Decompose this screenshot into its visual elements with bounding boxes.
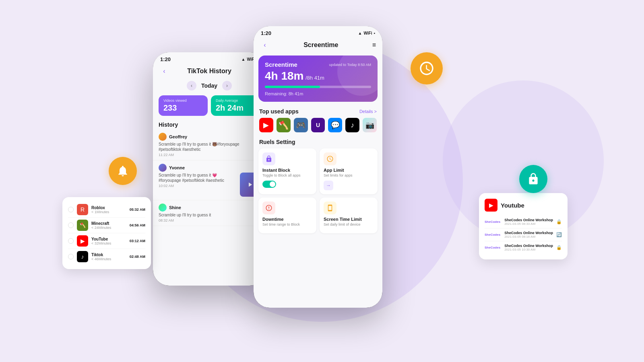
instant-block-toggle[interactable] — [262, 181, 276, 188]
battery-icon-right: ▪ — [374, 31, 375, 35]
notif-name-roblox: Roblox — [91, 206, 126, 210]
rules-header: Ruels Setting — [254, 136, 382, 147]
nav-title-right: Screentime — [303, 41, 338, 49]
rule-icon-app-limit — [324, 152, 336, 165]
app-limit-arrow[interactable]: → — [324, 181, 333, 190]
history-item-2: Shine Scramble up I'll try to guess it 0… — [153, 200, 266, 226]
notif-time-minecraft: 04:56 AM — [130, 223, 145, 227]
screentime-screen: 1:20 ▲ WiFi ▪ ‹ Screentime ≡ Screentime … — [254, 26, 382, 308]
notif-item-roblox: R Roblox < 1Minutes 05:32 AM — [68, 202, 145, 218]
app-icon-tiktok[interactable]: ♪ — [345, 118, 359, 132]
notif-checkbox-roblox[interactable] — [68, 207, 74, 212]
status-icons-right: ▲ WiFi ▪ — [358, 31, 375, 35]
float-lock-icon — [519, 165, 547, 193]
status-time-right: 1:20 — [261, 30, 271, 36]
float-bell-icon — [109, 157, 137, 185]
rule-downtime-name: Downtime — [262, 217, 312, 222]
notif-checkbox-minecraft[interactable] — [68, 222, 74, 228]
notif-item-youtube: ▶ YouTube < 32Minutes 03:12 AM — [68, 233, 145, 249]
sc-title: Screentime — [265, 61, 297, 68]
rule-screen-time-name: Screen Time Limit — [324, 217, 374, 222]
notif-name-tiktok: Tiktok — [91, 253, 126, 257]
notif-info-roblox: Roblox < 1Minutes — [91, 206, 126, 214]
sc-progress-fill — [265, 86, 320, 88]
user-name-2: Shine — [169, 205, 181, 210]
notif-item-tiktok: ♪ Tiktok < 46Minutes 02:48 AM — [68, 249, 145, 264]
status-bar-right: 1:20 ▲ WiFi ▪ — [254, 26, 382, 38]
apps-row: ▶ 🪓 🎮 U 💬 ♪ 📷 — [254, 116, 382, 136]
notif-app-icon-roblox: R — [77, 204, 88, 215]
rule-app-limit-desc: Set limits for apps — [324, 173, 374, 178]
nav-bar-left: ‹ TikTok History — [153, 64, 266, 78]
notif-app-icon-youtube: ▶ — [77, 235, 88, 247]
app-icon-messenger[interactable]: 💬 — [328, 118, 342, 132]
notif-subtext-minecraft: < 24Minutes — [91, 226, 126, 230]
yt-brand-0: SheCodes — [485, 220, 500, 224]
notif-time-tiktok: 02:48 AM — [130, 255, 145, 259]
nav-bar-right: ‹ Screentime ≡ — [254, 38, 382, 52]
rule-downtime[interactable]: Downtime Set time range to Block — [258, 197, 316, 234]
videos-viewed-value: 233 — [163, 103, 203, 113]
app-icon-youtube[interactable]: ▶ — [259, 118, 273, 132]
daily-average-stat: Daily Average 2h 24m — [211, 95, 260, 116]
yt-item-info-0: SheCodes Online Workshop 2021-03-05 08:3… — [504, 218, 554, 226]
app-icon-minecraft[interactable]: 🪓 — [277, 118, 291, 132]
history-user-1: Yvonne — [159, 164, 260, 172]
rule-icon-downtime — [262, 202, 275, 214]
user-name-0: Geoffrey — [169, 134, 187, 139]
rule-instant-block[interactable]: Instant Block Toggle to Block all apps — [258, 148, 316, 194]
notif-info-minecraft: Minecraft < 24Minutes — [91, 221, 126, 230]
next-date-button[interactable]: › — [222, 81, 232, 90]
notif-time-youtube: 03:12 AM — [130, 239, 145, 243]
notif-app-icon-tiktok: ♪ — [77, 251, 88, 262]
top-apps-details-link[interactable]: Details > — [359, 109, 377, 114]
app-icon-clash[interactable]: 🎮 — [294, 118, 308, 132]
history-time-1: 10:02 AM — [159, 184, 237, 188]
app-icon-u[interactable]: U — [311, 118, 325, 132]
rule-downtime-desc: Set time range to Block — [262, 222, 312, 227]
notif-checkbox-youtube[interactable] — [68, 238, 74, 244]
rule-screen-time-limit[interactable]: Screen Time Limit Set daily limit of dev… — [320, 197, 378, 234]
back-button-left[interactable]: ‹ — [159, 66, 169, 76]
yt-app-icon: ▶ — [485, 199, 497, 212]
yt-item-title-0: SheCodes Online Workshop — [504, 218, 554, 222]
notif-checkbox-tiktok[interactable] — [68, 254, 74, 259]
rule-app-limit[interactable]: App Limit Set limits for apps → — [320, 148, 378, 194]
tiktok-history-screen: 1:20 ▲ WiFi ▪ ‹ TikTok History ‹ Today ›… — [153, 52, 266, 286]
notif-info-tiktok: Tiktok < 46Minutes — [91, 253, 126, 261]
yt-lock-0: 🔒 — [556, 219, 562, 224]
history-item-0: Geoffrey Scramble up I'll try to guess i… — [153, 130, 266, 160]
prev-date-button[interactable]: ‹ — [187, 81, 196, 90]
status-bar-left: 1:20 ▲ WiFi ▪ — [153, 52, 266, 64]
rule-icon-screen-time — [324, 202, 336, 214]
nav-title-left: TikTok History — [187, 68, 231, 75]
rule-instant-block-desc: Toggle to Block all apps — [262, 173, 312, 178]
yt-item-title-2: SheCodes Online Workshop — [504, 244, 554, 248]
yt-brand-1: SheCodes — [485, 233, 500, 237]
signal-icon-left: ▲ — [242, 57, 246, 62]
history-item-1-content: Scramble up I'll try to guess it 💗 #fory… — [159, 173, 260, 197]
yt-item-date-0: 2021-03-05 08:33 AM — [504, 222, 554, 226]
notification-card: R Roblox < 1Minutes 05:32 AM 🪓 Minecraft… — [62, 197, 151, 269]
sc-time-big: 4h 18m — [265, 70, 304, 82]
daily-average-value: 2h 24m — [216, 103, 255, 113]
top-apps-title: Top used apps — [259, 108, 299, 115]
user-avatar-2 — [159, 204, 167, 212]
app-icon-photo[interactable]: 📷 — [363, 118, 377, 132]
history-time-2: 08:32 AM — [159, 218, 260, 222]
user-avatar-0 — [159, 133, 167, 141]
sc-header: Screentime updated to Today 8:50 AM — [265, 61, 371, 68]
sc-time-total: /8h 41m — [305, 75, 324, 81]
sc-time-display: 4h 18m /8h 41m — [265, 70, 371, 82]
yt-item-info-1: SheCodes Online Workshop 2021-03-05 08:1… — [504, 231, 554, 239]
notif-subtext-roblox: < 1Minutes — [91, 210, 126, 214]
yt-item-1: SheCodes SheCodes Online Workshop 2021-0… — [485, 228, 562, 241]
yt-brand-2: SheCodes — [485, 246, 500, 249]
back-button-right[interactable]: ‹ — [260, 40, 270, 50]
menu-button-right[interactable]: ≡ — [372, 41, 376, 49]
notif-subtext-tiktok: < 46Minutes — [91, 257, 126, 261]
yt-lock-1: 🔄 — [556, 232, 562, 237]
notif-item-minecraft: 🪓 Minecraft < 24Minutes 04:56 AM — [68, 218, 145, 233]
screentime-card: Screentime updated to Today 8:50 AM 4h 1… — [258, 56, 378, 102]
yt-item-date-2: 2021-03-05 10:30 AM — [504, 248, 554, 251]
